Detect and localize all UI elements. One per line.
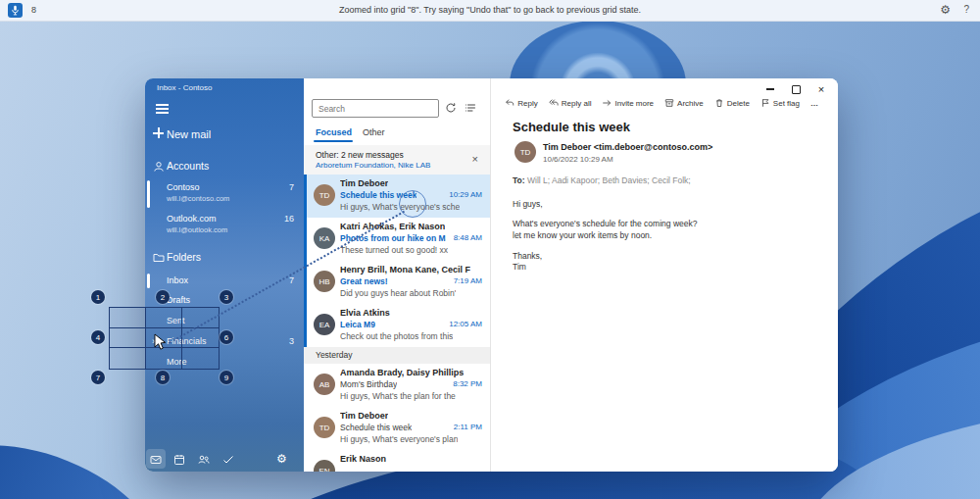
hamburger-menu-icon[interactable] <box>156 104 169 106</box>
sidebar-folder-inbox[interactable]: Inbox <box>167 275 188 285</box>
grid-number-6[interactable]: 6 <box>220 330 233 344</box>
invite-more-button[interactable]: Invite more <box>602 98 654 108</box>
unread-indicator <box>304 304 307 347</box>
tab-focused[interactable]: Focused <box>316 127 352 137</box>
voice-access-message: Zoomed into grid "8". Try saying "Undo t… <box>0 5 980 15</box>
mail-app-window: Inbox - Contoso New mail Accounts Contos… <box>145 78 838 472</box>
email-list-item[interactable]: EA Elvia Atkins Leica M9 12:05 AM Check … <box>304 304 490 348</box>
reply-button[interactable]: Reply <box>505 98 537 108</box>
invite-icon <box>602 98 612 108</box>
email-preview: Did you guys hear about Robin' <box>340 288 456 298</box>
help-icon[interactable]: ? <box>963 4 969 15</box>
triage-icon[interactable] <box>465 102 476 114</box>
people-icon[interactable] <box>198 454 210 466</box>
email-preview: Hi guys, What's everyone's plan <box>340 434 458 444</box>
email-list-item[interactable]: EN Erik Nason <box>304 450 490 472</box>
banner-title: Other: 2 new messages <box>316 150 404 160</box>
folder-icon <box>153 252 165 264</box>
to-label: To: <box>513 175 525 185</box>
body-line: What's everyone's schedule for the comin… <box>513 219 697 228</box>
grid-number-2[interactable]: 2 <box>156 290 170 304</box>
search-input[interactable] <box>312 99 439 118</box>
selection-indicator <box>147 274 150 288</box>
grid-number-9[interactable]: 9 <box>220 371 233 384</box>
avatar: TD <box>314 417 335 438</box>
recipient-list: Will L; Aadi Kapoor; Beth Davies; Cecil … <box>527 175 691 185</box>
avatar: EN <box>314 460 335 472</box>
email-sender: Katri Ahokas, Erik Nason <box>340 222 445 231</box>
annotation-target-circle <box>399 190 426 218</box>
account-unread-count: 16 <box>284 214 294 224</box>
reading-pane: Reply Reply all Invite more Arc <box>491 78 838 472</box>
email-subject: Leica M9 <box>340 320 375 329</box>
account-outlook[interactable]: Outlook.com <box>167 214 217 224</box>
grid-number-3[interactable]: 3 <box>220 290 233 304</box>
reply-all-button[interactable]: Reply all <box>549 98 592 108</box>
avatar: KA <box>314 227 335 249</box>
calendar-icon[interactable] <box>173 454 185 466</box>
delete-icon <box>714 98 724 108</box>
avatar: TD <box>314 184 335 206</box>
close-icon[interactable]: × <box>472 153 478 165</box>
set-flag-button[interactable]: Set flag <box>760 98 800 108</box>
body-line: let me know your work items by noon. <box>513 230 652 240</box>
email-subject: Schedule this week <box>340 423 412 432</box>
email-sender: Amanda Brady, Daisy Phillips <box>340 368 464 377</box>
archive-button[interactable]: Archive <box>664 98 704 108</box>
account-contoso[interactable]: Contoso <box>167 182 200 192</box>
accounts-header: Accounts <box>167 160 209 172</box>
banner-senders-link[interactable]: Arboretum Foundation, Nike LAB <box>316 161 430 170</box>
window-title: Inbox - Contoso <box>157 83 212 92</box>
grid-number-4[interactable]: 4 <box>91 330 105 344</box>
body-line: Hi guys, <box>513 199 543 209</box>
plus-icon <box>153 127 164 138</box>
email-time: 12:05 AM <box>449 320 482 328</box>
email-list-item[interactable]: HB Henry Brill, Mona Kane, Cecil F Great… <box>304 261 490 305</box>
close-button[interactable]: × <box>814 82 828 96</box>
settings-icon[interactable]: ⚙ <box>276 452 287 466</box>
grid-number-8[interactable]: 8 <box>156 371 170 384</box>
tab-other[interactable]: Other <box>363 127 385 137</box>
person-icon <box>153 161 165 173</box>
maximize-button[interactable] <box>789 82 803 96</box>
flag-icon <box>760 98 770 108</box>
email-time: 2:11 PM <box>454 423 482 431</box>
email-preview: Hi guys, What's the plan for the <box>340 391 456 401</box>
message-toolbar: Reply Reply all Invite more Arc <box>505 98 818 108</box>
email-list-item[interactable]: TD Tim Deboer Schedule this week 2:11 PM… <box>304 407 490 451</box>
folder-count: 7 <box>289 275 294 285</box>
mail-sidebar: Inbox - Contoso New mail Accounts Contos… <box>145 78 304 472</box>
avatar: AB <box>314 374 335 395</box>
mail-icon[interactable] <box>150 454 162 466</box>
body-line: Thanks, <box>513 251 542 261</box>
delete-button[interactable]: Delete <box>714 98 750 108</box>
account-email: will.l@outlook.com <box>167 225 227 234</box>
email-subject: Mom's Birthday <box>340 379 397 389</box>
account-unread-count: 7 <box>289 182 294 192</box>
new-mail-button[interactable]: New mail <box>167 128 211 140</box>
sidebar-folder-drafts[interactable]: Drafts <box>167 295 190 305</box>
email-sender: Erik Nason <box>340 454 386 464</box>
refresh-icon[interactable] <box>445 102 457 114</box>
email-sender: Tim Deboer <box>340 411 388 421</box>
section-label: Yesterday <box>316 350 353 360</box>
email-list-item[interactable]: KA Katri Ahokas, Erik Nason Photos from … <box>304 218 490 262</box>
email-time: 10:29 AM <box>449 190 482 199</box>
other-inbox-banner: Other: 2 new messages Arboretum Foundati… <box>304 145 490 175</box>
avatar: HB <box>314 271 335 292</box>
message-from: Tim Deboer <tim.deboer@contoso.com> <box>543 142 712 152</box>
grid-number-1[interactable]: 1 <box>91 290 105 304</box>
email-list-item[interactable]: TD Tim Deboer Schedule this week 10:29 A… <box>304 175 490 219</box>
email-sender: Elvia Atkins <box>340 308 390 318</box>
more-options-button[interactable]: … <box>810 99 818 108</box>
gear-icon[interactable]: ⚙ <box>940 3 951 18</box>
reply-icon <box>505 98 514 108</box>
email-list-item[interactable]: AB Amanda Brady, Daisy Phillips Mom's Bi… <box>304 364 490 408</box>
archive-icon <box>664 98 674 108</box>
grid-number-7[interactable]: 7 <box>91 371 105 384</box>
mouse-cursor <box>154 333 167 355</box>
email-subject: Great news! <box>340 276 388 286</box>
message-datetime: 10/6/2022 10:29 AM <box>543 155 613 164</box>
todo-icon[interactable] <box>222 454 234 466</box>
minimize-button[interactable] <box>763 82 777 96</box>
